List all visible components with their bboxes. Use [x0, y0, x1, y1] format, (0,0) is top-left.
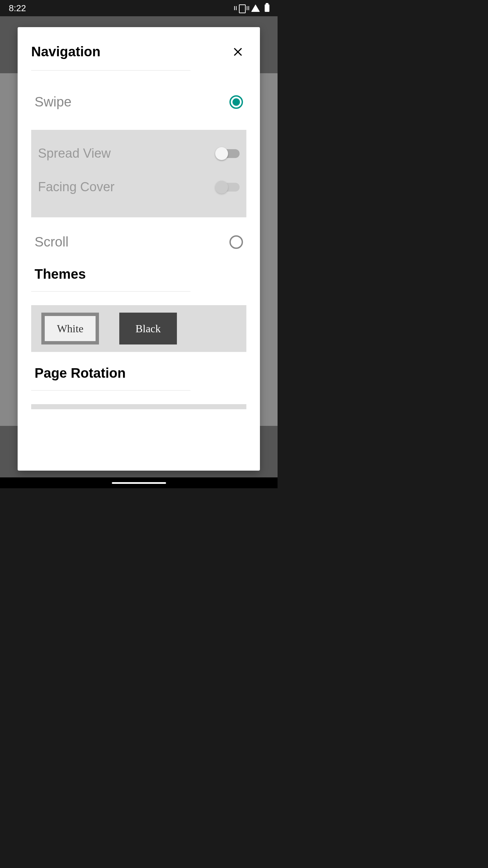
spread-view-row[interactable]: Spread View	[38, 137, 240, 170]
spread-view-toggle[interactable]	[217, 149, 240, 158]
theme-panel: White Black	[31, 305, 246, 352]
facing-cover-toggle	[217, 183, 240, 192]
dialog-header: Navigation	[31, 44, 246, 59]
toggle-knob	[215, 147, 228, 160]
facing-cover-row: Facing Cover	[38, 170, 240, 204]
swipe-sub-panel: Spread View Facing Cover	[31, 130, 246, 217]
theme-black-option[interactable]: Black	[119, 313, 177, 344]
navigation-scroll-row[interactable]: Scroll	[31, 224, 246, 260]
scroll-label: Scroll	[35, 234, 68, 250]
navigation-swipe-row[interactable]: Swipe	[31, 84, 246, 120]
divider	[31, 390, 190, 391]
status-bar: 8:22	[0, 0, 278, 16]
facing-cover-label: Facing Cover	[38, 180, 115, 194]
spread-view-label: Spread View	[38, 146, 111, 161]
close-button[interactable]	[231, 45, 245, 59]
close-icon	[232, 46, 243, 57]
settings-dialog: Navigation Swipe Spread View Facing Cove…	[18, 27, 260, 471]
scroll-radio[interactable]	[229, 235, 243, 249]
dialog-title: Navigation	[31, 44, 100, 59]
themes-title: Themes	[31, 267, 246, 282]
rotation-panel	[31, 404, 246, 409]
nav-bar	[0, 477, 278, 488]
divider	[31, 70, 190, 71]
wifi-icon	[251, 4, 260, 12]
vibrate-icon	[237, 4, 246, 12]
swipe-label: Swipe	[35, 94, 72, 110]
theme-white-option[interactable]: White	[41, 313, 99, 344]
battery-icon	[265, 4, 269, 12]
page-rotation-title: Page Rotation	[31, 366, 246, 381]
nav-handle[interactable]	[112, 482, 166, 484]
swipe-radio[interactable]	[229, 95, 243, 109]
status-time: 8:22	[9, 3, 26, 14]
status-icons	[237, 4, 269, 12]
divider	[31, 291, 190, 292]
toggle-knob	[215, 181, 228, 194]
